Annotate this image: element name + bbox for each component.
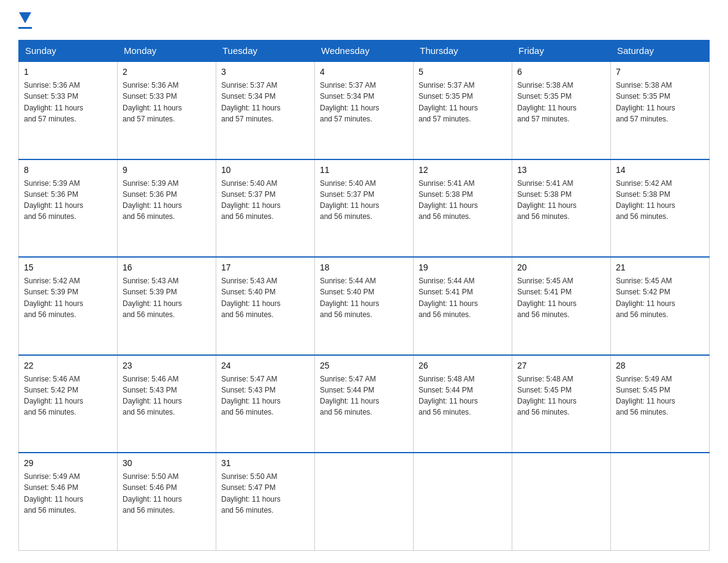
- day-info: Sunrise: 5:36 AMSunset: 5:33 PMDaylight:…: [123, 81, 182, 123]
- day-info: Sunrise: 5:49 AMSunset: 5:45 PMDaylight:…: [616, 375, 675, 416]
- day-number: 17: [221, 261, 309, 274]
- day-cell: 25Sunrise: 5:47 AMSunset: 5:44 PMDayligh…: [315, 355, 414, 453]
- day-number: 9: [123, 164, 211, 176]
- day-info: Sunrise: 5:38 AMSunset: 5:35 PMDaylight:…: [616, 81, 675, 123]
- day-number: 5: [419, 66, 507, 78]
- day-cell: 5Sunrise: 5:37 AMSunset: 5:35 PMDaylight…: [414, 61, 512, 159]
- day-info: Sunrise: 5:41 AMSunset: 5:38 PMDaylight:…: [517, 179, 577, 221]
- day-cell: 12Sunrise: 5:41 AMSunset: 5:38 PMDayligh…: [414, 159, 512, 258]
- header-cell-wednesday: Wednesday: [315, 40, 414, 62]
- day-info: Sunrise: 5:37 AMSunset: 5:35 PMDaylight:…: [419, 81, 478, 123]
- day-cell: [512, 453, 611, 551]
- logo-triangle-icon: [19, 12, 31, 23]
- day-number: 25: [320, 359, 408, 372]
- day-cell: 21Sunrise: 5:45 AMSunset: 5:42 PMDayligh…: [611, 257, 710, 355]
- day-info: Sunrise: 5:44 AMSunset: 5:41 PMDaylight:…: [419, 277, 478, 318]
- header-cell-tuesday: Tuesday: [216, 40, 315, 62]
- day-number: 8: [24, 164, 112, 176]
- header-cell-saturday: Saturday: [611, 40, 710, 62]
- day-number: 11: [320, 164, 408, 176]
- day-cell: 7Sunrise: 5:38 AMSunset: 5:35 PMDaylight…: [611, 61, 710, 159]
- week-row-3: 15Sunrise: 5:42 AMSunset: 5:39 PMDayligh…: [19, 257, 710, 355]
- day-cell: 11Sunrise: 5:40 AMSunset: 5:37 PMDayligh…: [315, 159, 414, 258]
- day-number: 21: [616, 261, 704, 274]
- day-number: 28: [616, 359, 704, 372]
- day-cell: 22Sunrise: 5:46 AMSunset: 5:42 PMDayligh…: [19, 355, 118, 453]
- logo-text: [18, 12, 32, 26]
- day-cell: 30Sunrise: 5:50 AMSunset: 5:46 PMDayligh…: [118, 453, 216, 551]
- day-number: 1: [24, 66, 112, 78]
- day-number: 19: [419, 261, 507, 274]
- day-cell: [315, 453, 414, 551]
- day-cell: 24Sunrise: 5:47 AMSunset: 5:43 PMDayligh…: [216, 355, 315, 453]
- day-info: Sunrise: 5:46 AMSunset: 5:42 PMDaylight:…: [24, 375, 83, 416]
- header-cell-monday: Monday: [118, 40, 216, 62]
- day-info: Sunrise: 5:43 AMSunset: 5:39 PMDaylight:…: [123, 277, 182, 318]
- header-cell-friday: Friday: [512, 40, 611, 62]
- day-info: Sunrise: 5:45 AMSunset: 5:42 PMDaylight:…: [616, 277, 675, 318]
- header-cell-thursday: Thursday: [414, 40, 512, 62]
- day-cell: 15Sunrise: 5:42 AMSunset: 5:39 PMDayligh…: [19, 257, 118, 355]
- day-info: Sunrise: 5:36 AMSunset: 5:33 PMDaylight:…: [24, 81, 83, 123]
- calendar-header: SundayMondayTuesdayWednesdayThursdayFrid…: [19, 40, 710, 62]
- day-number: 30: [123, 457, 211, 469]
- header-cell-sunday: Sunday: [19, 40, 118, 62]
- day-number: 10: [221, 164, 309, 176]
- day-number: 3: [221, 66, 309, 78]
- day-info: Sunrise: 5:40 AMSunset: 5:37 PMDaylight:…: [320, 179, 379, 221]
- day-info: Sunrise: 5:40 AMSunset: 5:37 PMDaylight:…: [221, 179, 281, 221]
- day-cell: 23Sunrise: 5:46 AMSunset: 5:43 PMDayligh…: [118, 355, 216, 453]
- day-number: 20: [517, 261, 605, 274]
- day-info: Sunrise: 5:45 AMSunset: 5:41 PMDaylight:…: [517, 277, 577, 318]
- day-cell: 31Sunrise: 5:50 AMSunset: 5:47 PMDayligh…: [216, 453, 315, 551]
- day-number: 2: [123, 66, 211, 78]
- day-cell: 3Sunrise: 5:37 AMSunset: 5:34 PMDaylight…: [216, 61, 315, 159]
- day-cell: 29Sunrise: 5:49 AMSunset: 5:46 PMDayligh…: [19, 453, 118, 551]
- day-number: 4: [320, 66, 408, 78]
- day-cell: 19Sunrise: 5:44 AMSunset: 5:41 PMDayligh…: [414, 257, 512, 355]
- day-cell: [414, 453, 512, 551]
- day-info: Sunrise: 5:42 AMSunset: 5:39 PMDaylight:…: [24, 277, 83, 318]
- day-info: Sunrise: 5:43 AMSunset: 5:40 PMDaylight:…: [221, 277, 281, 318]
- day-info: Sunrise: 5:48 AMSunset: 5:44 PMDaylight:…: [419, 375, 478, 416]
- day-info: Sunrise: 5:42 AMSunset: 5:38 PMDaylight:…: [616, 179, 675, 221]
- day-number: 18: [320, 261, 408, 274]
- header-row: SundayMondayTuesdayWednesdayThursdayFrid…: [19, 40, 710, 62]
- day-number: 23: [123, 359, 211, 372]
- day-number: 16: [123, 261, 211, 274]
- day-cell: 18Sunrise: 5:44 AMSunset: 5:40 PMDayligh…: [315, 257, 414, 355]
- day-cell: 8Sunrise: 5:39 AMSunset: 5:36 PMDaylight…: [19, 159, 118, 258]
- day-info: Sunrise: 5:39 AMSunset: 5:36 PMDaylight:…: [123, 179, 182, 221]
- day-cell: 6Sunrise: 5:38 AMSunset: 5:35 PMDaylight…: [512, 61, 611, 159]
- day-number: 12: [419, 164, 507, 176]
- day-info: Sunrise: 5:41 AMSunset: 5:38 PMDaylight:…: [419, 179, 478, 221]
- day-cell: 4Sunrise: 5:37 AMSunset: 5:34 PMDaylight…: [315, 61, 414, 159]
- day-info: Sunrise: 5:47 AMSunset: 5:43 PMDaylight:…: [221, 375, 281, 416]
- day-cell: 26Sunrise: 5:48 AMSunset: 5:44 PMDayligh…: [414, 355, 512, 453]
- day-info: Sunrise: 5:37 AMSunset: 5:34 PMDaylight:…: [320, 81, 379, 123]
- day-info: Sunrise: 5:48 AMSunset: 5:45 PMDaylight:…: [517, 375, 577, 416]
- day-info: Sunrise: 5:47 AMSunset: 5:44 PMDaylight:…: [320, 375, 379, 416]
- day-info: Sunrise: 5:50 AMSunset: 5:46 PMDaylight:…: [123, 472, 182, 514]
- day-cell: 28Sunrise: 5:49 AMSunset: 5:45 PMDayligh…: [611, 355, 710, 453]
- day-number: 22: [24, 359, 112, 372]
- day-cell: 1Sunrise: 5:36 AMSunset: 5:33 PMDaylight…: [19, 61, 118, 159]
- logo: [18, 12, 32, 29]
- day-number: 26: [419, 359, 507, 372]
- day-number: 14: [616, 164, 704, 176]
- day-cell: [611, 453, 710, 551]
- week-row-4: 22Sunrise: 5:46 AMSunset: 5:42 PMDayligh…: [19, 355, 710, 453]
- week-row-1: 1Sunrise: 5:36 AMSunset: 5:33 PMDaylight…: [19, 61, 710, 159]
- day-cell: 20Sunrise: 5:45 AMSunset: 5:41 PMDayligh…: [512, 257, 611, 355]
- day-number: 13: [517, 164, 605, 176]
- page: SundayMondayTuesdayWednesdayThursdayFrid…: [0, 0, 728, 563]
- day-cell: 9Sunrise: 5:39 AMSunset: 5:36 PMDaylight…: [118, 159, 216, 258]
- day-number: 27: [517, 359, 605, 372]
- calendar-table: SundayMondayTuesdayWednesdayThursdayFrid…: [18, 40, 710, 551]
- day-cell: 13Sunrise: 5:41 AMSunset: 5:38 PMDayligh…: [512, 159, 611, 258]
- day-info: Sunrise: 5:46 AMSunset: 5:43 PMDaylight:…: [123, 375, 182, 416]
- day-info: Sunrise: 5:38 AMSunset: 5:35 PMDaylight:…: [517, 81, 577, 123]
- day-number: 7: [616, 66, 704, 78]
- day-cell: 10Sunrise: 5:40 AMSunset: 5:37 PMDayligh…: [216, 159, 315, 258]
- day-cell: 16Sunrise: 5:43 AMSunset: 5:39 PMDayligh…: [118, 257, 216, 355]
